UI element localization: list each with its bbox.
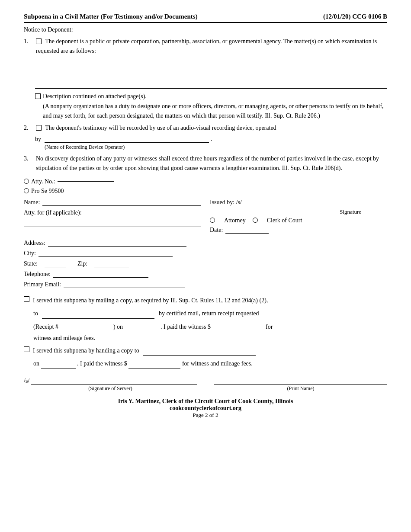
paid-amount-2-field[interactable] bbox=[128, 369, 180, 369]
telephone-field[interactable] bbox=[53, 277, 148, 278]
on-label-1: ) on bbox=[113, 324, 123, 330]
atty-for-line-col bbox=[24, 227, 201, 237]
clerk-url: cookcountyclerkofcourt.org bbox=[24, 405, 387, 412]
service-1-text: I served this subpoena by mailing a copy… bbox=[33, 296, 387, 305]
email-field[interactable] bbox=[64, 288, 185, 288]
item-2-num: 2. bbox=[24, 123, 36, 133]
handing-to-field[interactable] bbox=[143, 355, 256, 356]
on-label-2: on bbox=[33, 360, 39, 367]
for-label-2: for witness and mileage fees. bbox=[182, 360, 253, 367]
date-label: Date: bbox=[210, 227, 223, 234]
paid-label-1: . I paid the witness $ bbox=[161, 324, 211, 330]
footer-center: Iris Y. Martinez, Clerk of the Circuit C… bbox=[24, 398, 387, 419]
radio-prose-circle[interactable] bbox=[24, 188, 29, 193]
description-checkbox[interactable] bbox=[35, 93, 41, 99]
nonparty-text: (A nonparty organization has a duty to d… bbox=[43, 102, 387, 120]
issued-by-row: Issued by: /s/ bbox=[210, 199, 387, 206]
to-label: to bbox=[33, 310, 38, 317]
service-section: I served this subpoena by mailing a copy… bbox=[24, 296, 387, 369]
on-paid-row-2: on . I paid the witness $ for witness an… bbox=[33, 358, 387, 369]
date-col: Date: bbox=[210, 227, 387, 237]
name-row: Name: bbox=[24, 199, 201, 206]
on-date-2-field[interactable] bbox=[41, 369, 76, 369]
radio-prose-label: Pro Se 99500 bbox=[31, 188, 64, 195]
page-label: Page 2 of 2 bbox=[24, 412, 387, 419]
clerk-radio[interactable] bbox=[253, 218, 258, 223]
address-field[interactable] bbox=[48, 246, 186, 247]
address-row: Address: bbox=[24, 240, 387, 247]
item-3-text: No discovery deposition of any party or … bbox=[36, 154, 387, 173]
state-label: State: bbox=[24, 260, 38, 267]
city-field[interactable] bbox=[39, 256, 173, 257]
issued-by-field[interactable] bbox=[243, 204, 338, 204]
service-2-text: I served this subpoena by handing a copy… bbox=[33, 346, 387, 356]
sig-server-label: (Signature of Server) bbox=[24, 385, 197, 392]
clerk-line: Iris Y. Martinez, Clerk of the Circuit C… bbox=[24, 398, 387, 405]
item-1: 1. The deponent is a public or private c… bbox=[24, 37, 387, 55]
radio-atty-row: Atty. No.: bbox=[24, 178, 387, 185]
attorney-radio[interactable] bbox=[210, 218, 215, 223]
radio-atty-circle[interactable] bbox=[24, 179, 29, 184]
service-item-2: I served this subpoena by handing a copy… bbox=[24, 346, 387, 356]
paid-amount-1-field[interactable] bbox=[212, 332, 264, 332]
service-1-checkbox[interactable] bbox=[24, 296, 29, 302]
name-issued-row: Name: Atty. for (if applicable): Issued … bbox=[24, 199, 387, 224]
item-1-checkbox[interactable] bbox=[36, 38, 42, 44]
radio-atty-label: Atty. No.: bbox=[31, 178, 55, 185]
by-dot: . bbox=[211, 136, 212, 143]
receipt-field[interactable] bbox=[60, 332, 112, 332]
by-row: by . bbox=[35, 136, 387, 143]
telephone-label: Telephone: bbox=[24, 271, 51, 278]
attorney-option-label: Attorney bbox=[224, 217, 246, 224]
clerk-option-label: Clerk of Court bbox=[267, 217, 302, 224]
item-2-checkbox[interactable] bbox=[36, 125, 42, 131]
item-2-content: The deponent's testimony will be recorde… bbox=[36, 123, 387, 133]
sig-options: Attorney Clerk of Court bbox=[210, 217, 387, 224]
name-col: Name: Atty. for (if applicable): bbox=[24, 199, 201, 224]
by-certified-text: by certified mail, return receipt reques… bbox=[159, 310, 259, 317]
sig-server-line bbox=[31, 384, 197, 385]
date-field[interactable] bbox=[225, 233, 269, 234]
name-label: Name: bbox=[24, 199, 40, 206]
for-label-1: for bbox=[266, 324, 273, 330]
telephone-row: Telephone: bbox=[24, 271, 387, 278]
date-row: Date: bbox=[210, 227, 387, 234]
document-code: (12/01/20) CCG 0106 B bbox=[323, 13, 387, 20]
on-date-1-field[interactable] bbox=[125, 332, 159, 332]
email-label: Primary Email: bbox=[24, 281, 61, 288]
slash-prefix: /s/ bbox=[24, 378, 29, 385]
service-2-label: I served this subpoena by handing a copy… bbox=[33, 347, 139, 354]
radio-prose-row: Pro Se 99500 bbox=[24, 188, 387, 195]
document-header: Subpoena in a Civil Matter (For Testimon… bbox=[24, 13, 387, 23]
description-continued-text: Description continued on attached page(s… bbox=[43, 93, 147, 100]
name-field[interactable] bbox=[42, 205, 201, 206]
item-3: 3. No discovery deposition of any party … bbox=[24, 154, 387, 173]
atty-for-fields-row: Date: bbox=[24, 227, 387, 237]
email-row: Primary Email: bbox=[24, 281, 387, 288]
state-zip-row: State: Zip: bbox=[24, 260, 387, 267]
footer-sig-row: /s/ (Signature of Server) (Print Name) bbox=[24, 378, 387, 392]
item-2: 2. The deponent's testimony will be reco… bbox=[24, 123, 387, 133]
service-2-checkbox[interactable] bbox=[24, 346, 29, 352]
operator-label: (Name of Recording Device Operator) bbox=[35, 144, 387, 151]
zip-field[interactable] bbox=[94, 267, 129, 267]
state-field[interactable] bbox=[45, 267, 66, 267]
paid-label-2: . I paid the witness $ bbox=[77, 360, 127, 367]
atty-for-field[interactable] bbox=[24, 227, 201, 227]
atty-no-field[interactable] bbox=[58, 181, 114, 182]
radio-section: Atty. No.: Pro Se 99500 bbox=[24, 178, 387, 195]
city-row: City: bbox=[24, 250, 387, 257]
receipt-row: (Receipt # ) on . I paid the witness $ f… bbox=[33, 321, 387, 332]
notice-label: Notice to Deponent: bbox=[24, 26, 387, 33]
atty-for-field-row bbox=[24, 227, 201, 227]
item-1-num: 1. bbox=[24, 37, 36, 55]
sig-server-line-row: /s/ bbox=[24, 378, 197, 385]
item-1-content: The deponent is a public or private corp… bbox=[36, 37, 387, 55]
to-row: to by certified mail, return receipt req… bbox=[33, 308, 387, 319]
item-2-text: The deponent's testimony will be recorde… bbox=[45, 125, 276, 131]
service-item-1: I served this subpoena by mailing a copy… bbox=[24, 296, 387, 305]
receipt-label: (Receipt # bbox=[33, 324, 58, 330]
item-3-num: 3. bbox=[24, 154, 36, 173]
signature-label: Signature bbox=[210, 208, 387, 215]
to-field[interactable] bbox=[42, 318, 154, 319]
